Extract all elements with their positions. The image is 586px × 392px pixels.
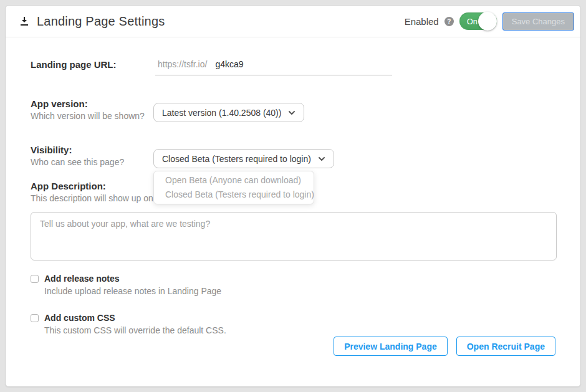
release-notes-hint: Include upload release notes in Landing …: [44, 286, 555, 296]
release-notes-label[interactable]: Add release notes: [44, 274, 120, 284]
footer-buttons-row: Preview Landing Page Open Recruit Page: [31, 337, 555, 356]
open-recruit-page-button[interactable]: Open Recruit Page: [456, 337, 555, 356]
app-version-hint: Which version will be shown?: [31, 111, 153, 121]
release-notes-line: Add release notes: [31, 274, 555, 284]
download-icon: [19, 16, 29, 26]
custom-css-checkbox[interactable]: [31, 314, 39, 322]
visibility-dropdown-menu: Open Beta (Anyone can download) Closed B…: [153, 171, 314, 204]
page-title: Landing Page Settings: [37, 14, 165, 29]
visibility-option-closed-beta[interactable]: Closed Beta (Testers required to login): [154, 188, 314, 202]
app-version-select[interactable]: Latest version (1.40.2508 (40)): [153, 103, 304, 122]
landing-url-value[interactable]: g4kca9: [215, 59, 243, 69]
custom-css-line: Add custom CSS: [31, 313, 555, 323]
panel-header: Landing Page Settings Enabled ? On Save …: [6, 6, 580, 37]
landing-url-field[interactable]: https://tsfr.io/ g4kca9: [155, 58, 392, 75]
visibility-label-col: Visibility: Who can see this page?: [31, 145, 153, 167]
visibility-select-wrap: Closed Beta (Testers required to login) …: [153, 145, 334, 168]
visibility-option-open-beta[interactable]: Open Beta (Anyone can download): [154, 173, 314, 188]
header-right: Enabled ? On Save Changes: [405, 12, 574, 31]
chevron-down-icon: [288, 109, 295, 117]
visibility-hint: Who can see this page?: [31, 157, 153, 167]
landing-url-label: Landing page URL:: [31, 58, 155, 75]
landing-url-row: Landing page URL: https://tsfr.io/ g4kca…: [31, 58, 555, 75]
app-description-textarea[interactable]: [31, 212, 557, 261]
release-notes-checkbox[interactable]: [31, 275, 39, 283]
preview-landing-page-button[interactable]: Preview Landing Page: [334, 337, 448, 356]
custom-css-hint: This custom CSS will override the defaul…: [44, 325, 555, 335]
toggle-state-label: On: [467, 17, 478, 26]
panel-content: Landing page URL: https://tsfr.io/ g4kca…: [6, 58, 580, 356]
visibility-row: Visibility: Who can see this page? Close…: [31, 145, 555, 168]
landing-url-prefix: https://tsfr.io/: [158, 59, 207, 69]
toggle-knob[interactable]: [478, 12, 497, 31]
save-changes-button[interactable]: Save Changes: [502, 12, 574, 31]
enabled-toggle[interactable]: On: [459, 12, 497, 30]
enabled-label: Enabled: [405, 16, 439, 27]
app-version-row: App version: Which version will be shown…: [31, 98, 555, 122]
chevron-down-icon: [318, 155, 325, 163]
visibility-selected-value: Closed Beta (Testers required to login): [162, 154, 311, 164]
release-notes-group: Add release notes Include upload release…: [31, 274, 555, 296]
visibility-select[interactable]: Closed Beta (Testers required to login): [153, 149, 334, 168]
custom-css-label[interactable]: Add custom CSS: [44, 313, 115, 323]
visibility-label: Visibility:: [31, 145, 153, 155]
app-version-label-col: App version: Which version will be shown…: [31, 98, 153, 121]
app-version-label: App version:: [31, 98, 153, 109]
app-version-selected-value: Latest version (1.40.2508 (40)): [162, 108, 281, 118]
help-icon[interactable]: ?: [444, 17, 454, 26]
landing-page-settings-panel: Landing Page Settings Enabled ? On Save …: [5, 5, 581, 387]
header-left: Landing Page Settings: [19, 14, 165, 29]
custom-css-group: Add custom CSS This custom CSS will over…: [31, 313, 555, 335]
